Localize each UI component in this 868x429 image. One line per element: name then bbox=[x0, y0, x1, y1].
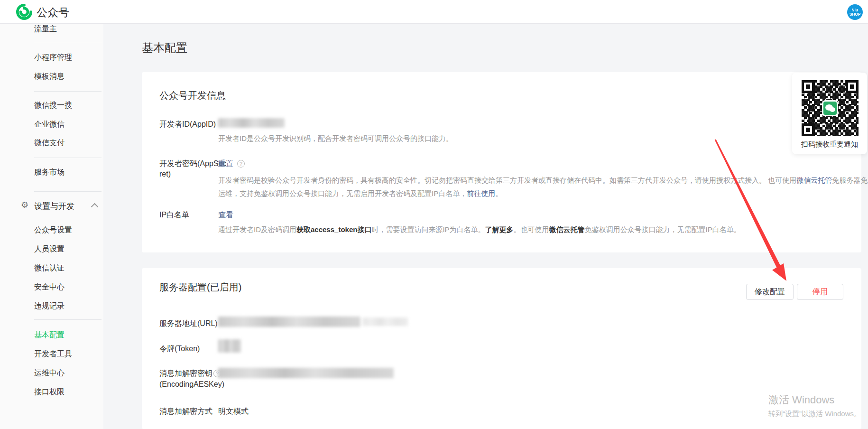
sidebar: 流量主 小程序管理 模板消息 微信搜一搜 企业微信 微信支付 服务市场 ⚙ 设置… bbox=[0, 24, 103, 429]
developer-info-card: 公众号开发信息 开发者ID(AppID) 开发者ID是公众号开发识别码，配合开发… bbox=[142, 72, 861, 252]
server-config-card: 服务器配置(已启用) 修改配置 停用 服务器地址(URL) 令牌(Token) … bbox=[142, 268, 861, 429]
avatar-text-line2: SHOP bbox=[850, 12, 860, 16]
qr-notification-popover: 扫码接收重要通知 bbox=[792, 73, 867, 154]
sidebar-divider bbox=[34, 319, 102, 320]
ip-whitelist-label: IP白名单 bbox=[159, 210, 189, 220]
appid-description: 开发者ID是公众号开发识别码，配合开发者密码可调用公众号的接口能力。 bbox=[218, 134, 453, 143]
account-avatar[interactable]: Niu SHOP bbox=[847, 4, 863, 20]
sidebar-item-account-settings[interactable]: 公众号设置 bbox=[34, 225, 72, 235]
sidebar-item-wechat-verification[interactable]: 微信认证 bbox=[34, 263, 65, 273]
appsecret-label-line1: 开发者密码(AppSec bbox=[159, 159, 226, 169]
appsecret-description-line2: 运维，支持免鉴权调用公众号接口能力，无需启用开发者密码及配置IP白名单，前往使用… bbox=[218, 189, 502, 198]
sidebar-item-violation-records[interactable]: 违规记录 bbox=[34, 301, 65, 311]
get-access-token-link[interactable]: 获取access_token接口 bbox=[296, 225, 371, 233]
wechat-official-account-logo-icon[interactable] bbox=[16, 4, 32, 20]
sidebar-group-settings-and-development[interactable]: 设置与开发 bbox=[34, 201, 74, 212]
appid-value-redacted bbox=[218, 118, 285, 128]
appsecret-description-line1: 开发者密码是校验公众号开发者身份的密码，具有极高的安全性。切记勿把密码直接交给第… bbox=[218, 176, 868, 185]
avatar-text-line1: Niu bbox=[852, 8, 858, 12]
appid-label: 开发者ID(AppID) bbox=[159, 120, 216, 130]
page-title: 基本配置 bbox=[142, 40, 187, 56]
sidebar-item-traffic-master[interactable]: 流量主 bbox=[34, 24, 57, 34]
server-url-value-redacted bbox=[218, 317, 360, 327]
sidebar-item-basic-configuration[interactable]: 基本配置 bbox=[34, 330, 65, 340]
gear-icon: ⚙ bbox=[21, 200, 28, 210]
sidebar-item-wechat-search[interactable]: 微信搜一搜 bbox=[34, 101, 72, 111]
view-ip-whitelist-link[interactable]: 查看 bbox=[218, 211, 233, 219]
aeskey-value-redacted bbox=[218, 368, 394, 378]
brand-name: 公众号 bbox=[37, 5, 69, 20]
go-to-use-link[interactable]: 前往使用 bbox=[467, 189, 495, 197]
wechat-mp-admin-screen: 公众号 Niu SHOP 流量主 小程序管理 模板消息 微信搜一搜 企业微信 微… bbox=[0, 0, 868, 429]
sidebar-item-miniprogram-management[interactable]: 小程序管理 bbox=[34, 53, 72, 63]
appsecret-actions: 重置? bbox=[218, 159, 245, 169]
token-label: 令牌(Token) bbox=[159, 344, 200, 354]
topbar: 公众号 Niu SHOP bbox=[0, 0, 868, 24]
sidebar-item-developer-tools[interactable]: 开发者工具 bbox=[34, 349, 72, 359]
sidebar-divider bbox=[34, 42, 102, 42]
sidebar-divider bbox=[34, 191, 102, 192]
disable-button[interactable]: 停用 bbox=[797, 284, 843, 300]
sidebar-item-wechat-pay[interactable]: 微信支付 bbox=[34, 138, 65, 148]
qr-finder-icon bbox=[802, 80, 814, 93]
help-icon[interactable]: ? bbox=[237, 160, 245, 168]
server-url-value-redacted-tail bbox=[363, 317, 408, 326]
token-value-redacted bbox=[218, 339, 241, 353]
section-title-server-config: 服务器配置(已启用) bbox=[159, 281, 241, 294]
sidebar-divider bbox=[34, 91, 102, 92]
aeskey-label-line2: (EncodingAESKey) bbox=[159, 380, 224, 389]
learn-more-link[interactable]: 了解更多 bbox=[485, 225, 514, 233]
windows-activation-watermark: 激活 Windows 转到“设置”以激活 Windows。 bbox=[768, 393, 861, 419]
sidebar-item-service-market[interactable]: 服务市场 bbox=[34, 168, 65, 177]
encryption-mode-value: 明文模式 bbox=[218, 407, 249, 417]
sidebar-item-staff-settings[interactable]: 人员设置 bbox=[34, 244, 65, 254]
wechat-cloud-hosting-link[interactable]: 微信云托管 bbox=[549, 225, 585, 233]
qr-caption: 扫码接收重要通知 bbox=[792, 140, 867, 149]
section-title-developer-info: 公众号开发信息 bbox=[159, 89, 226, 102]
modify-config-button[interactable]: 修改配置 bbox=[746, 284, 794, 300]
sidebar-item-enterprise-wechat[interactable]: 企业微信 bbox=[34, 120, 65, 130]
sidebar-item-template-message[interactable]: 模板消息 bbox=[34, 72, 65, 82]
chevron-up-icon bbox=[91, 203, 99, 211]
encryption-mode-label: 消息加解密方式 bbox=[159, 407, 212, 417]
wechat-logo-icon bbox=[822, 100, 838, 116]
sidebar-item-api-permissions[interactable]: 接口权限 bbox=[34, 387, 65, 397]
sidebar-item-ops-center[interactable]: 运维中心 bbox=[34, 368, 65, 378]
wechat-cloud-hosting-link[interactable]: 微信云托管 bbox=[796, 176, 832, 184]
aeskey-label-line1: 消息加解密密钥? bbox=[159, 369, 221, 379]
sidebar-item-security-center[interactable]: 安全中心 bbox=[34, 282, 65, 292]
qr-finder-icon bbox=[802, 123, 814, 136]
server-url-label: 服务器地址(URL) bbox=[159, 319, 218, 329]
qr-code bbox=[802, 80, 859, 136]
watermark-line1: 激活 Windows bbox=[768, 393, 861, 407]
reset-appsecret-link[interactable]: 重置 bbox=[218, 159, 233, 168]
appsecret-label-line2: ret) bbox=[159, 170, 171, 178]
ip-whitelist-actions: 查看 bbox=[218, 210, 233, 220]
sidebar-divider bbox=[34, 158, 102, 158]
watermark-line2: 转到“设置”以激活 Windows。 bbox=[768, 410, 861, 419]
ip-whitelist-description: 通过开发者ID及密码调用获取access_token接口时，需要设置访问来源IP… bbox=[218, 225, 741, 234]
qr-finder-icon bbox=[846, 80, 859, 93]
